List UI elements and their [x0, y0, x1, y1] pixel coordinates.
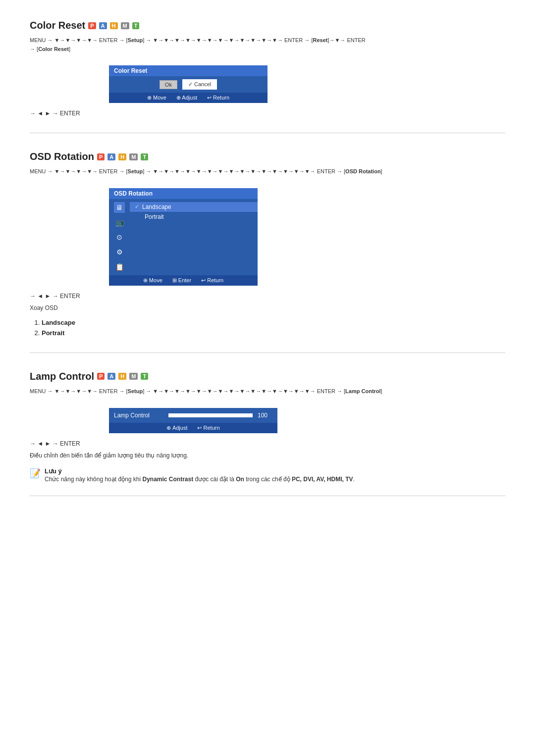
- osd-move-label: ⊕ Move: [143, 277, 162, 284]
- lamp-control-row: Lamp Control 100: [109, 408, 277, 423]
- ok-button[interactable]: Ok: [160, 80, 177, 89]
- lamp-note-content: Lưu ý Chức năng này không hoạt động khi …: [45, 467, 355, 484]
- adjust-label: ⊕ Adjust: [176, 95, 197, 101]
- lamp-footer: ⊕ Adjust ↩ Return: [109, 423, 277, 433]
- osd-return-label: ↩ Return: [201, 277, 223, 284]
- osd-rotation-nav-path: MENU → ▼→▼→▼→▼→ ENTER → [Setup] → ▼→▼→▼→…: [30, 167, 505, 176]
- lamp-value: 100: [258, 412, 272, 419]
- badge-t-3: T: [141, 373, 148, 380]
- osd-rotation-title: OSD Rotation P A H M T: [30, 151, 505, 162]
- osd-icons: 🖥 📺 ⊙ ⚙ 📋: [109, 199, 130, 275]
- lamp-slider-fill: [168, 413, 253, 417]
- lamp-control-nav-path: MENU → ▼→▼→▼→▼→ ENTER → [Setup] → ▼→▼→▼→…: [30, 387, 505, 396]
- lamp-enter-instruction: → ◄ ► → ENTER: [30, 440, 505, 447]
- color-reset-box-row: Ok ✓ Cancel: [109, 76, 268, 93]
- color-reset-title-text: Color Reset: [30, 20, 85, 31]
- lamp-control-title-text: Lamp Control: [30, 371, 94, 382]
- osd-rotation-box-title: OSD Rotation: [109, 188, 258, 199]
- lamp-note-text: Chức năng này không hoạt động khi Dynami…: [45, 475, 355, 484]
- badge-a: A: [99, 22, 107, 29]
- color-reset-nav-path: MENU → ▼→▼→▼→▼→ ENTER → [Setup] → ▼→▼→▼→…: [30, 36, 505, 53]
- badge-h: H: [110, 22, 118, 29]
- lamp-note-title: Lưu ý: [45, 467, 355, 475]
- icon-screen: 📺: [114, 217, 125, 228]
- osd-feature-list: Landscape Portrait: [42, 319, 505, 337]
- osd-menu-items: ✓ Landscape Portrait: [130, 199, 258, 275]
- landscape-item[interactable]: ✓ Landscape: [130, 202, 258, 212]
- color-reset-title: Color Reset P A H M T: [30, 20, 505, 31]
- osd-footer: ⊕ Move ⊞ Enter ↩ Return: [109, 275, 258, 286]
- badge-p-3: P: [97, 373, 105, 380]
- portrait-item[interactable]: Portrait: [130, 212, 258, 222]
- osd-rotation-title-text: OSD Rotation: [30, 151, 94, 162]
- lamp-return-label: ↩ Return: [197, 425, 219, 431]
- osd-rotation-section: OSD Rotation P A H M T MENU → ▼→▼→▼→▼→ E…: [30, 151, 505, 353]
- badge-h-2: H: [118, 153, 126, 160]
- badge-p-2: P: [97, 153, 105, 160]
- badge-m-3: M: [129, 373, 138, 380]
- osd-enter-instruction: → ◄ ► → ENTER: [30, 293, 505, 300]
- badge-t-2: T: [141, 153, 148, 160]
- osd-enter-label: ⊞ Enter: [172, 277, 191, 284]
- note-icon: 📝: [30, 468, 41, 479]
- icon-gear: ⚙: [114, 247, 125, 257]
- color-reset-enter-instruction: → ◄ ► → ENTER: [30, 110, 505, 117]
- portrait-label: Portrait: [145, 213, 164, 220]
- icon-doc: 📋: [114, 261, 125, 272]
- color-reset-footer: ⊕ Move ⊕ Adjust ↩ Return: [109, 93, 268, 103]
- landscape-check: ✓: [135, 203, 139, 210]
- color-reset-section: Color Reset P A H M T MENU → ▼→▼→▼→▼→ EN…: [30, 20, 505, 133]
- lamp-control-label: Lamp Control: [114, 412, 163, 419]
- cancel-button[interactable]: ✓ Cancel: [182, 79, 217, 90]
- badge-m: M: [121, 22, 129, 29]
- badge-a-2: A: [107, 153, 115, 160]
- osd-sub-label: Xoay OSD: [30, 303, 505, 313]
- list-item-landscape: Landscape: [42, 319, 505, 326]
- lamp-slider-track[interactable]: [168, 413, 253, 417]
- badge-t: T: [132, 22, 140, 29]
- icon-display: 🖥: [114, 202, 125, 213]
- lamp-note-box: 📝 Lưu ý Chức năng này không hoạt động kh…: [30, 467, 505, 484]
- lamp-control-ui-box: Lamp Control 100 ⊕ Adjust ↩ Return: [109, 408, 277, 433]
- lamp-desc: Điều chỉnh đèn biến tần để giảm lượng ti…: [30, 451, 505, 460]
- color-reset-box-title: Color Reset: [109, 65, 268, 76]
- badge-p: P: [88, 22, 96, 29]
- return-label: ↩ Return: [207, 95, 229, 101]
- lamp-adjust-label: ⊕ Adjust: [166, 425, 187, 431]
- badge-m-2: M: [129, 153, 138, 160]
- icon-circle: ⊙: [114, 232, 125, 243]
- badge-h-3: H: [118, 373, 126, 380]
- lamp-control-title: Lamp Control P A H M T: [30, 371, 505, 382]
- badge-a-3: A: [107, 373, 115, 380]
- lamp-control-section: Lamp Control P A H M T MENU → ▼→▼→▼→▼→ E…: [30, 371, 505, 496]
- list-item-portrait: Portrait: [42, 329, 505, 337]
- color-reset-ui-box: Color Reset Ok ✓ Cancel ⊕ Move ⊕ Adjust …: [109, 65, 268, 103]
- move-label: ⊕ Move: [147, 95, 166, 101]
- osd-rotation-ui-box: OSD Rotation 🖥 📺 ⊙ ⚙ 📋 ✓ Landscape Portr…: [109, 188, 258, 286]
- landscape-label: Landscape: [142, 203, 171, 210]
- osd-body: 🖥 📺 ⊙ ⚙ 📋 ✓ Landscape Portrait: [109, 199, 258, 275]
